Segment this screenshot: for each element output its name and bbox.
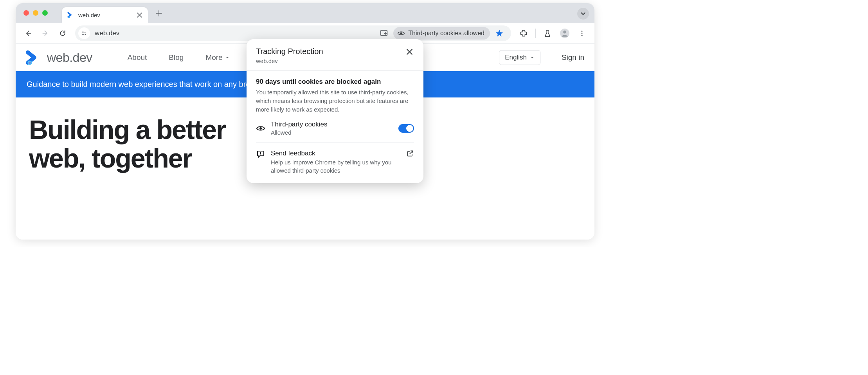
nav-about[interactable]: About — [128, 53, 147, 62]
third-party-cookies-toggle[interactable] — [398, 124, 414, 133]
address-bar-actions: Third-party cookies allowed — [377, 26, 509, 40]
feedback-body: Help us improve Chrome by telling us why… — [271, 158, 401, 175]
profile-avatar-icon[interactable] — [558, 26, 572, 40]
svg-point-11 — [582, 34, 583, 36]
cookies-status-pill[interactable]: Third-party cookies allowed — [393, 27, 490, 40]
popover-body: 90 days until cookies are blocked again … — [247, 71, 423, 114]
svg-point-8 — [563, 30, 566, 33]
caret-down-icon — [225, 55, 230, 60]
url-text: web.dev — [93, 29, 374, 37]
labs-icon[interactable] — [540, 26, 555, 40]
language-label: English — [505, 54, 527, 61]
tab-title: web.dev — [78, 12, 132, 18]
popover-title: Tracking Protection — [256, 47, 405, 56]
send-feedback-row[interactable]: Send feedback Help us improve Chrome by … — [247, 142, 423, 183]
bookmark-star-icon[interactable] — [492, 26, 506, 40]
svg-point-10 — [582, 32, 583, 34]
svg-point-9 — [582, 31, 583, 32]
browser-window: web.dev web.dev — [16, 3, 594, 240]
extensions-icon[interactable] — [517, 26, 531, 40]
signin-link[interactable]: Sign in — [562, 53, 584, 62]
site-logo-text: web.dev — [47, 50, 92, 65]
svg-point-15 — [260, 155, 261, 155]
back-button[interactable] — [21, 26, 35, 40]
svg-rect-5 — [381, 30, 387, 35]
eye-icon — [397, 29, 405, 37]
site-settings-icon[interactable] — [78, 27, 90, 39]
popover-close-button[interactable] — [405, 47, 414, 56]
nav-more-label: More — [205, 53, 222, 62]
nav-blog[interactable]: Blog — [169, 53, 184, 62]
maximize-window-button[interactable] — [42, 10, 48, 16]
popover-header: Tracking Protection web.dev — [247, 39, 423, 70]
svg-point-0 — [68, 16, 70, 18]
reload-button[interactable] — [56, 26, 70, 40]
nav-more[interactable]: More — [205, 53, 229, 62]
window-controls — [23, 10, 48, 16]
svg-rect-4 — [82, 34, 84, 35]
browser-tab[interactable]: web.dev — [62, 7, 148, 23]
cookie-label: Third-party cookies — [271, 121, 328, 128]
feedback-icon — [256, 150, 265, 159]
kebab-menu-icon[interactable] — [575, 26, 589, 40]
cookies-pill-label: Third-party cookies allowed — [408, 30, 484, 37]
install-app-icon[interactable] — [377, 26, 391, 40]
open-external-icon — [406, 150, 414, 157]
new-tab-button[interactable] — [153, 8, 164, 19]
toolbar-divider — [535, 29, 536, 38]
eye-icon — [256, 124, 265, 133]
webdev-logo-icon — [26, 50, 41, 65]
svg-point-6 — [400, 32, 402, 34]
tracking-protection-popover: Tracking Protection web.dev 90 days unti… — [247, 39, 423, 183]
address-bar[interactable]: web.dev Third-party cookies allowed — [75, 25, 511, 41]
close-window-button[interactable] — [23, 10, 29, 16]
third-party-cookies-row: Third-party cookies Allowed — [247, 114, 423, 142]
minimize-window-button[interactable] — [33, 10, 38, 16]
feedback-title: Send feedback — [271, 150, 401, 157]
site-logo[interactable]: web.dev — [26, 50, 92, 65]
svg-point-3 — [85, 34, 86, 35]
tab-overflow-button[interactable] — [577, 8, 589, 20]
site-nav: About Blog More — [128, 53, 230, 62]
countdown-title: 90 days until cookies are blocked again — [256, 78, 414, 86]
caret-down-icon — [530, 55, 535, 60]
tab-favicon-icon — [67, 11, 74, 18]
titlebar: web.dev — [16, 3, 594, 23]
forward-button[interactable] — [38, 26, 52, 40]
countdown-body: You temporarily allowed this site to use… — [256, 88, 414, 114]
svg-point-14 — [259, 127, 262, 130]
cookie-status: Allowed — [271, 129, 328, 136]
svg-point-1 — [82, 31, 83, 32]
svg-rect-2 — [84, 32, 86, 32]
svg-point-13 — [29, 62, 31, 64]
language-select[interactable]: English — [499, 50, 540, 65]
tab-close-button[interactable] — [136, 12, 142, 18]
popover-site: web.dev — [256, 58, 405, 64]
